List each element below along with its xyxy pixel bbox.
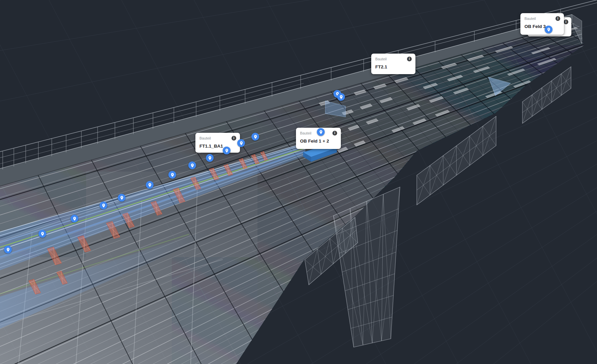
card-value: FT1.1_BA1 [199,144,236,149]
map-pin-icon [224,148,229,153]
card-value: OB Feld 3 [524,24,560,29]
map-pin-icon [101,203,106,208]
map-pin-icon [208,156,212,160]
card-label: Bauteil [300,131,311,135]
map-pin-marker[interactable] [206,154,214,162]
map-pin-marker[interactable] [237,139,245,147]
map-pin-marker[interactable] [118,194,126,202]
info-icon[interactable]: i [564,20,568,24]
map-pin-icon [339,95,344,99]
bauteil-card-ft2-1: Bauteil i FT2.1 [371,54,415,74]
bauteil-card-ob-feld-3: Bauteil i OB Feld 3 [520,13,564,35]
map-pin-icon [6,247,10,252]
map-pin-icon [147,183,152,187]
info-icon[interactable]: i [232,136,236,141]
map-pin-icon [546,27,551,32]
map-pin-marker[interactable] [168,171,176,179]
map-pin-icon [119,195,124,200]
map-pin-marker[interactable] [337,93,345,101]
map-pin-icon [190,163,195,168]
map-pin-marker[interactable] [317,128,325,136]
map-pin-marker[interactable] [223,147,230,154]
info-icon[interactable]: i [332,131,337,135]
card-label: Bauteil [199,136,211,141]
card-label: Bauteil [524,17,536,21]
map-pin-marker[interactable] [188,161,196,169]
bauteil-card-ft1-1-ba1: Bauteil i FT1.1_BA1 [195,133,240,153]
map-pin-icon [253,134,258,139]
map-pin-icon [239,141,244,146]
map-pin-icon [40,232,45,236]
info-icon[interactable]: i [555,16,560,21]
card-value: OB Feld 1 + 2 [300,139,337,144]
scene-3d[interactable] [0,0,597,364]
map-pin-marker[interactable] [251,133,259,141]
map-pin-icon [72,216,77,221]
card-value: FT2.1 [375,64,412,69]
map-pin-marker[interactable] [146,181,154,189]
card-label: Bauteil [375,57,387,61]
map-pin-marker[interactable] [4,246,12,253]
map-pin-marker[interactable] [71,215,78,222]
map-pin-marker[interactable] [38,230,46,238]
viewer-canvas[interactable]: i Bauteil i FT1.1_BA1 Bauteil i OB Feld … [0,0,597,364]
map-pin-icon [319,130,323,134]
info-icon[interactable]: i [407,57,412,61]
map-pin-marker[interactable] [100,202,107,209]
map-pin-marker[interactable] [545,26,552,33]
map-pin-icon [170,173,175,177]
